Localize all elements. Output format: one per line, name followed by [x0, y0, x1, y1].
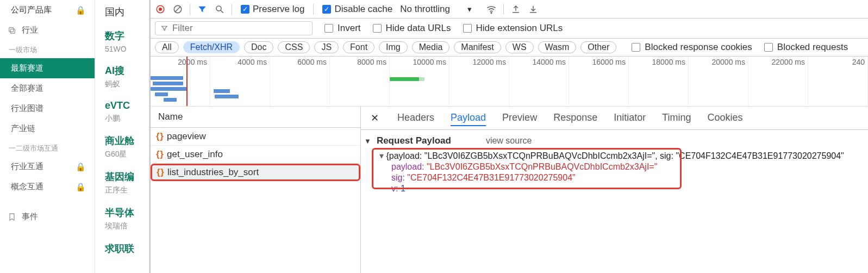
record-button[interactable] [153, 2, 168, 17]
detail-tab-initiator[interactable]: Initiator [614, 110, 646, 126]
sidebar-item-label: 行业图谱 [11, 103, 43, 114]
network-conditions-button[interactable] [484, 2, 499, 17]
clear-button[interactable] [170, 2, 185, 17]
timeline-bar [390, 77, 419, 81]
blocked-requests-label: Blocked requests [777, 42, 848, 53]
sidebar-item-map[interactable]: 行业图谱 [0, 98, 95, 119]
checkbox-icon [632, 43, 640, 52]
blocked-cookies-label: Blocked response cookies [645, 42, 752, 53]
disable-cache-checkbox[interactable]: ✓ Disable cache [322, 4, 392, 15]
type-chip-css[interactable]: CSS [278, 41, 310, 53]
preserve-log-checkbox[interactable]: ✓ Preserve log [241, 4, 304, 15]
article-item[interactable]: AI搜蚂蚁 [95, 59, 149, 95]
article-title: 商业舱 [105, 134, 142, 147]
article-item[interactable]: 国内 [95, 0, 149, 24]
timeline-bar [151, 87, 188, 91]
sidebar-item-label: 产业链 [11, 123, 35, 134]
type-chip-img[interactable]: Img [379, 41, 408, 53]
detail-tab-headers[interactable]: Headers [397, 110, 434, 126]
timeline-overview[interactable]: 2000 ms4000 ms6000 ms8000 ms10000 ms1200… [151, 57, 868, 107]
chevron-down-icon[interactable]: ▾ [467, 4, 472, 14]
blocked-cookies-checkbox[interactable]: Blocked response cookies [632, 42, 752, 53]
sidebar-item-concept-link[interactable]: 概念互通 🔒 [0, 177, 95, 197]
article-item[interactable]: 商业舱G60星 [95, 129, 149, 165]
view-source-link[interactable]: view source [486, 136, 532, 146]
article-item[interactable]: 半导体埃瑞倍 [95, 201, 149, 237]
type-chip-manifest[interactable]: Manifest [454, 41, 501, 53]
detail-tab-response[interactable]: Response [553, 110, 597, 126]
blocked-requests-checkbox[interactable]: Blocked requests [764, 42, 848, 53]
checkbox-checked-icon: ✓ [241, 5, 249, 14]
bookmark-icon [8, 213, 16, 221]
filter-bar: Invert Hide data URLs Hide extension URL… [151, 18, 868, 39]
hide-ext-urls-checkbox[interactable]: Hide extension URLs [463, 23, 563, 34]
import-har-button[interactable] [526, 2, 541, 17]
type-chip-doc[interactable]: Doc [244, 41, 273, 53]
sidebar-item-industry-link[interactable]: 行业互通 🔒 [0, 157, 95, 177]
invert-checkbox[interactable]: Invert [324, 23, 361, 34]
sidebar-industry-row[interactable]: 行业 [0, 20, 95, 40]
type-chip-font[interactable]: Font [343, 41, 374, 53]
export-har-button[interactable] [508, 2, 523, 17]
search-button[interactable] [212, 2, 227, 17]
hide-data-urls-checkbox[interactable]: Hide data URLs [373, 23, 451, 34]
article-sub: G60星 [105, 150, 142, 159]
timeline-bar [151, 76, 183, 80]
article-column: 国内 数字51WO AI搜蚂蚁 eVTC小鹏 商业舱G60星 基因编正序生 半导… [95, 0, 149, 273]
svg-line-5 [175, 6, 181, 12]
sidebar-group-primary: 一级市场 [0, 40, 95, 58]
sidebar-item-all-tracks[interactable]: 全部赛道 [0, 78, 95, 98]
timeline-tick: 20000 ms [689, 58, 748, 66]
sidebar-group-interlink: 一二级市场互通 [0, 139, 95, 157]
type-chip-ws[interactable]: WS [505, 41, 534, 53]
request-name: list_industries_by_sort [167, 167, 259, 178]
checkbox-checked-icon: ✓ [322, 5, 331, 14]
type-chip-wasm[interactable]: Wasm [538, 41, 577, 53]
article-title: AI搜 [105, 64, 142, 77]
type-chip-media[interactable]: Media [412, 41, 450, 53]
close-detail-button[interactable]: ✕ [365, 110, 384, 126]
request-row[interactable]: { } pageview [151, 128, 360, 146]
type-chip-fetch-xhr[interactable]: Fetch/XHR [183, 41, 240, 53]
request-row[interactable]: { } list_industries_by_sort [151, 164, 360, 181]
type-chip-js[interactable]: JS [314, 41, 339, 53]
article-item[interactable]: 求职联 [95, 237, 149, 260]
svg-point-3 [159, 8, 162, 11]
site-sidebar: 公司产品库 🔒 行业 一级市场 最新赛道 全部赛道 行业图谱 产业链 一二级市场… [0, 0, 95, 273]
payload-tree: ▾ {payload: "LBc3V0I6ZGB5bXsxTCQnPRBuBAQ… [364, 151, 859, 194]
sidebar-product-header[interactable]: 公司产品库 🔒 [0, 0, 95, 20]
request-row[interactable]: { } get_user_info [151, 146, 360, 164]
timeline-bar [419, 77, 424, 81]
filter-toggle-button[interactable] [195, 2, 210, 17]
throttling-select[interactable]: No throttling [400, 4, 450, 15]
section-label: Request Payload [377, 135, 451, 146]
detail-tab-cookies[interactable]: Cookies [708, 110, 743, 126]
hide-ext-urls-label: Hide extension URLs [476, 23, 563, 34]
request-detail: ✕ HeadersPayloadPreviewResponseInitiator… [361, 107, 868, 273]
sidebar-item-latest-track[interactable]: 最新赛道 [0, 58, 95, 78]
timeline-tick: 4000 ms [210, 58, 270, 66]
filter-input-wrap[interactable] [155, 21, 313, 35]
article-title: 数字 [105, 29, 142, 42]
detail-tab-payload[interactable]: Payload [451, 110, 486, 126]
filter-input[interactable] [172, 23, 307, 34]
timeline-tick: 2000 ms [151, 58, 210, 66]
request-name: pageview [167, 131, 206, 142]
sidebar-item-chain[interactable]: 产业链 [0, 119, 95, 139]
clear-icon [173, 4, 183, 14]
sidebar-events-row[interactable]: 事件 [0, 207, 95, 227]
toolbar-separator [503, 4, 504, 15]
payload-section-title[interactable]: ▼ Request Payload view source [364, 135, 859, 146]
type-chip-other[interactable]: Other [580, 41, 616, 53]
article-item[interactable]: 数字51WO [95, 24, 149, 59]
annotation-highlight [372, 148, 682, 189]
request-name: get_user_info [167, 149, 223, 160]
xhr-icon: { } [156, 131, 163, 142]
devtools-panel: ✓ Preserve log ✓ Disable cache No thrott… [149, 0, 868, 273]
request-list-header[interactable]: Name [151, 107, 360, 128]
detail-tab-timing[interactable]: Timing [662, 110, 691, 126]
article-item[interactable]: 基因编正序生 [95, 165, 149, 201]
detail-tab-preview[interactable]: Preview [502, 110, 537, 126]
type-chip-all[interactable]: All [155, 41, 179, 53]
article-item[interactable]: eVTC小鹏 [95, 95, 149, 129]
